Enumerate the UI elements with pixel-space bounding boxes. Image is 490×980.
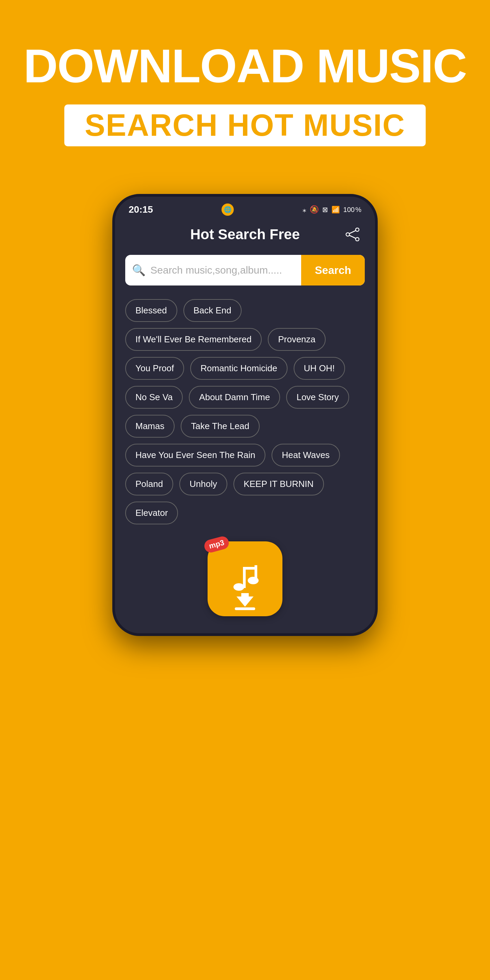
music-note-icon <box>228 562 262 596</box>
notification-icon: 🌐 <box>221 204 234 216</box>
svg-rect-6 <box>243 567 246 588</box>
svg-rect-12 <box>235 608 255 610</box>
mp3-badge: mp3 <box>203 535 231 554</box>
svg-rect-11 <box>241 593 249 598</box>
app-header: Hot Search Free <box>115 219 375 251</box>
tag-item[interactable]: UH OH! <box>294 357 345 380</box>
phone-frame: 20:15 🌐 ⁎ 🔕 ⊠ 📶 100 % <box>112 194 378 636</box>
tag-item[interactable]: You Proof <box>125 357 184 380</box>
tag-item[interactable]: No Se Va <box>125 386 183 409</box>
svg-point-5 <box>234 583 244 591</box>
bluetooth-icon: ⁎ <box>302 205 306 214</box>
app-title: Hot Search Free <box>146 226 344 243</box>
tag-item[interactable]: Mamas <box>125 415 175 438</box>
search-input[interactable]: Search music,song,album..... <box>150 264 282 276</box>
tag-item[interactable]: Love Story <box>286 386 349 409</box>
svg-point-0 <box>356 228 359 231</box>
tag-item[interactable]: Romantic Homicide <box>190 357 287 380</box>
side-button-2 <box>375 340 378 391</box>
search-magnifier-icon: 🔍 <box>132 264 146 277</box>
phone-inner: 20:15 🌐 ⁎ 🔕 ⊠ 📶 100 % <box>115 197 375 633</box>
svg-line-4 <box>350 235 356 239</box>
app-icon[interactable]: mp3 <box>208 541 282 616</box>
wifi-icon: 📶 <box>331 205 340 214</box>
svg-point-1 <box>356 237 359 241</box>
tag-item[interactable]: Elevator <box>125 501 178 524</box>
status-bar: 20:15 🌐 ⁎ 🔕 ⊠ 📶 100 % <box>115 197 375 219</box>
search-bar[interactable]: 🔍 Search music,song,album..... Search <box>125 255 365 285</box>
battery-icon: 100 % <box>343 206 361 214</box>
side-button <box>375 299 378 326</box>
tag-item[interactable]: Take The Lead <box>181 415 259 438</box>
svg-rect-7 <box>243 567 256 570</box>
tag-item[interactable]: If We'll Ever Be Remembered <box>125 328 262 351</box>
svg-line-3 <box>350 231 356 234</box>
download-arrow-icon <box>233 593 257 610</box>
svg-rect-9 <box>255 565 257 582</box>
signal-icon: ⊠ <box>322 205 328 214</box>
tag-item[interactable]: KEEP IT BURNIN <box>234 473 324 495</box>
tag-item[interactable]: About Damn Time <box>189 386 280 409</box>
tags-container: BlessedBack EndIf We'll Ever Be Remember… <box>115 296 375 531</box>
app-icon-section: mp3 <box>115 531 375 633</box>
share-icon[interactable] <box>344 226 361 243</box>
status-right-icons: ⁎ 🔕 ⊠ 📶 100 % <box>302 205 361 214</box>
tag-item[interactable]: Heat Waves <box>272 444 340 466</box>
subtitle: SEARCH HOT MUSIC <box>64 105 426 146</box>
tag-item[interactable]: Poland <box>125 473 173 495</box>
tag-item[interactable]: Have You Ever Seen The Rain <box>125 444 266 466</box>
volume-icon: 🔕 <box>310 205 319 214</box>
tag-item[interactable]: Back End <box>183 299 242 322</box>
tag-item[interactable]: Provenza <box>268 328 326 351</box>
svg-point-2 <box>346 233 350 236</box>
svg-marker-10 <box>237 597 253 607</box>
hero-section: DOWNLOAD MUSIC SEARCH HOT MUSIC <box>0 0 490 167</box>
status-center-icons: 🌐 <box>221 204 234 216</box>
search-input-area: 🔍 Search music,song,album..... <box>125 255 301 285</box>
status-time: 20:15 <box>129 204 153 215</box>
tag-item[interactable]: Blessed <box>125 299 177 322</box>
tag-item[interactable]: Unholy <box>179 473 227 495</box>
phone-mockup: 20:15 🌐 ⁎ 🔕 ⊠ 📶 100 % <box>112 194 378 636</box>
main-title: DOWNLOAD MUSIC <box>10 41 480 91</box>
search-button[interactable]: Search <box>301 255 365 285</box>
